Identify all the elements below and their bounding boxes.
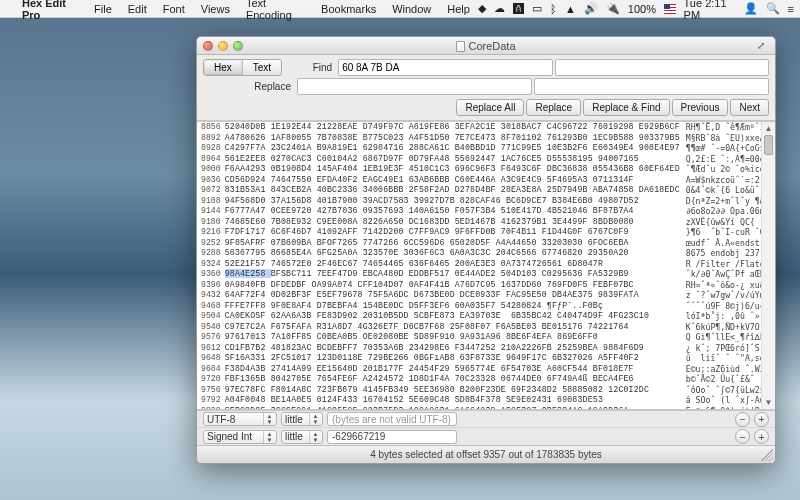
input-flag-icon[interactable] xyxy=(664,4,676,14)
view-mode-segmented[interactable]: Hex Text xyxy=(203,59,282,76)
battery-percent[interactable]: 100% xyxy=(628,3,656,15)
notification-center-icon[interactable]: ≡ xyxy=(788,3,794,15)
hex-row[interactable]: 9144F6777A47 0CEE9720 427B7036 09357693 … xyxy=(197,206,775,217)
hex-cell[interactable]: C97E7C2A F675FAFA R31A8D7 4G326E7F D6CB7… xyxy=(225,322,686,333)
hex-row[interactable]: 9468FFFE7FF8 9F0E8AF4 D7BEBFA4 154BE0DC … xyxy=(197,301,775,312)
hex-cell[interactable]: CD1FB7B2 481823AC BCDEBFF7 70353A6B 2342… xyxy=(225,343,686,354)
add-row-button-2[interactable]: + xyxy=(754,429,769,444)
hex-cell[interactable]: 52040D0B 1E192E44 21228EAE D749F97C A619… xyxy=(225,122,686,133)
scroll-thumb[interactable] xyxy=(764,135,773,155)
find-field-secondary[interactable] xyxy=(555,59,769,76)
volume-icon[interactable]: 🔊 xyxy=(584,2,598,15)
value-field-2[interactable]: -629667219 xyxy=(327,430,457,444)
fullscreen-icon[interactable]: ⤢ xyxy=(757,40,769,52)
hex-row[interactable]: 943264AF72F4 0D02BF3F E5EF79678 75F5A6DC… xyxy=(197,290,775,301)
window-resize-handle[interactable] xyxy=(761,449,773,461)
replace-field[interactable] xyxy=(297,78,532,95)
hex-row[interactable]: 9684F38D4A3B 27414A99 EE15640D 201B177F … xyxy=(197,364,775,375)
hex-cell[interactable]: 831B53A1 843CEB2A 40BC2336 34006BBB 2F58… xyxy=(225,185,686,196)
view-mode-hex[interactable]: Hex xyxy=(204,60,243,75)
hex-cell[interactable]: 52E21F57 746572E0 2F46EC67 74654465 636F… xyxy=(225,259,686,270)
hex-cell[interactable]: 56367795 86685E4A 6FG25A0A 323570E 3036F… xyxy=(225,248,686,259)
hex-row[interactable]: 9648SF16A331 2FC51017 123D0118E 729BE266… xyxy=(197,353,775,364)
hex-cell[interactable]: 561E2EE8 0270CAC3 C60104A2 6867D97F 0D79… xyxy=(225,154,686,165)
hex-cell[interactable]: A4780626 1AF80055 7B70838E B775C023 A4F5… xyxy=(225,133,686,144)
replace-button[interactable]: Replace xyxy=(526,99,581,116)
hex-row[interactable]: 9000F6AA4293 0B1908D4 145AF404 1EB19E3F … xyxy=(197,164,775,175)
window-zoom-button[interactable] xyxy=(233,41,243,51)
hex-cell[interactable]: FBF1365B 8042705E 7654FE6F A2424572 1D8D… xyxy=(225,374,686,385)
hex-row[interactable]: 918074685E60 7B08E932 C9EE008A 8226A650 … xyxy=(197,217,775,228)
endian-select-1[interactable]: little▲▼ xyxy=(281,412,323,426)
hex-row[interactable]: 9792A04F0048 BE14A0E5 0124F433 16704152 … xyxy=(197,395,775,406)
hex-cell[interactable]: 97617013 7A10FF85 C0BEA0B5 OE02080BE SD8… xyxy=(225,332,686,343)
bluetooth-icon[interactable]: ᛒ xyxy=(550,3,557,15)
hex-row[interactable]: 957697617013 7A10FF85 C0BEA0B5 OE02080BE… xyxy=(197,332,775,343)
value-field-1[interactable]: (bytes are not valid UTF-8) xyxy=(327,412,457,426)
hex-row[interactable]: 8892A4780626 1AF80055 7B70838E B775C023 … xyxy=(197,133,775,144)
hex-cell[interactable]: SF16A331 2FC51017 123D0118E 729BE266 0BG… xyxy=(225,353,686,364)
hex-row[interactable]: 8964561E2EE8 0270CAC3 C60104A2 6867D97F … xyxy=(197,154,775,165)
replace-all-button[interactable]: Replace All xyxy=(456,99,524,116)
type-select-2[interactable]: Signed Int▲▼ xyxy=(203,430,277,444)
hex-cell[interactable]: F6777A47 0CEE9720 427B7036 09357693 140A… xyxy=(225,206,686,217)
hex-row[interactable]: 93960A9840FB DFDEDBF OA99A074 CFF104D07 … xyxy=(197,280,775,291)
hex-row[interactable]: 9036CD56D924 74647550 EFDA40F2 EAGC49E1 … xyxy=(197,175,775,186)
hex-row[interactable]: 8928C4297F7A 23C2401A B9A819E1 62984716 … xyxy=(197,143,775,154)
hex-row[interactable]: 932452E21F57 746572E0 2F46EC67 74654465 … xyxy=(197,259,775,270)
menu-text-encoding[interactable]: Text Encoding xyxy=(238,0,313,21)
find-field[interactable]: 60 8A 7B DA xyxy=(338,59,552,76)
scroll-up-arrow-icon[interactable]: ▲ xyxy=(762,122,775,135)
add-row-button[interactable]: + xyxy=(754,412,769,427)
hex-row[interactable]: 92529F85AFRF 07B609BA BFOF7265 7747266 6… xyxy=(197,238,775,249)
type-select-1[interactable]: UTF-8▲▼ xyxy=(203,412,277,426)
replace-field-secondary[interactable] xyxy=(534,78,769,95)
hex-cell[interactable]: 97EC78FC F8014A8C 723FB679 4145FB349 5EE… xyxy=(225,385,686,396)
hex-row[interactable]: 9828SEBC8D85 3CCGE991 41CO5F95 923B75D3 … xyxy=(197,406,775,411)
hex-cell[interactable]: 98A4E258 BFSBC711 7EEF47D9 EBCA480D EDDB… xyxy=(225,269,686,280)
vertical-scrollbar[interactable]: ▲ ▼ xyxy=(761,122,775,409)
hex-cell[interactable]: 94F568D0 37A156D8 401B7900 39ACD7583 399… xyxy=(225,196,686,207)
remove-row-button-2[interactable]: − xyxy=(735,429,750,444)
hex-cell[interactable]: A04F0048 BE14A0E5 0124F433 16704152 5E60… xyxy=(225,395,686,406)
hex-row[interactable]: 9540C97E7C2A F675FAFA R31A8D7 4G326E7F D… xyxy=(197,322,775,333)
menu-file[interactable]: File xyxy=(86,3,120,15)
titlebar[interactable]: CoreData ⤢ xyxy=(197,37,775,55)
remove-row-button[interactable]: − xyxy=(735,412,750,427)
battery-icon[interactable]: 🔌 xyxy=(606,2,620,15)
hex-row[interactable]: 9072831B53A1 843CEB2A 40BC2336 34006BBB … xyxy=(197,185,775,196)
hex-row[interactable]: 9720FBF1365B 8042705E 7654FE6F A2424572 … xyxy=(197,374,775,385)
hex-cell[interactable]: F6AA4293 0B1908D4 145AF404 1EB19E3F 4510… xyxy=(225,164,686,175)
cc-icon[interactable]: 🅰 xyxy=(513,3,524,15)
document-proxy-icon[interactable] xyxy=(456,41,465,52)
hex-view[interactable]: 885652040D0B 1E192E44 21228EAE D749F97C … xyxy=(197,121,775,410)
view-mode-text[interactable]: Text xyxy=(243,60,281,75)
menu-views[interactable]: Views xyxy=(193,3,238,15)
dropbox-icon[interactable]: ◆ xyxy=(478,2,486,15)
menu-bookmarks[interactable]: Bookmarks xyxy=(313,3,384,15)
hex-cell[interactable]: FFFE7FF8 9F0E8AF4 D7BEBFA4 154BE0DC D5FF… xyxy=(225,301,686,312)
hex-row[interactable]: 9612CD1FB7B2 481823AC BCDEBFF7 70353A6B … xyxy=(197,343,775,354)
spotlight-icon[interactable]: 👤 xyxy=(744,2,758,15)
window-close-button[interactable] xyxy=(203,41,213,51)
menu-edit[interactable]: Edit xyxy=(120,3,155,15)
hex-cell[interactable]: F7DF1717 6C6F46D7 41092AFF 7142D200 C7FF… xyxy=(225,227,686,238)
replace-and-find-button[interactable]: Replace & Find xyxy=(583,99,669,116)
hex-cell[interactable]: 74685E60 7B08E932 C9EE008A 8226A650 DC16… xyxy=(225,217,686,228)
next-button[interactable]: Next xyxy=(730,99,769,116)
clock[interactable]: Tue 2:11 PM xyxy=(684,0,736,21)
hex-cell[interactable]: 64AF72F4 0D02BF3F E5EF79678 75F5A6DC D67… xyxy=(225,290,686,301)
hex-row[interactable]: 9216F7DF1717 6C6F46D7 41092AFF 7142D200 … xyxy=(197,227,775,238)
hex-row[interactable]: 975697EC78FC F8014A8C 723FB679 4145FB349… xyxy=(197,385,775,396)
hex-cell[interactable]: F38D4A3B 27414A99 EE15640D 201B177F 2445… xyxy=(225,364,686,375)
notification-icon[interactable]: ☁ xyxy=(494,2,505,15)
wifi-icon[interactable]: ▲ xyxy=(565,3,576,15)
scroll-down-arrow-icon[interactable]: ▼ xyxy=(762,396,775,409)
previous-button[interactable]: Previous xyxy=(672,99,729,116)
app-menu[interactable]: Hex Edit Pro xyxy=(14,0,86,21)
hex-cell[interactable]: 9F85AFRF 07B609BA BFOF7265 7747266 6CC59… xyxy=(225,238,686,249)
hex-row[interactable]: 910894F568D0 37A156D8 401B7900 39ACD7583… xyxy=(197,196,775,207)
window-minimize-button[interactable] xyxy=(218,41,228,51)
hex-cell[interactable]: CD56D924 74647550 EFDA40F2 EAGC49E1 63AB… xyxy=(225,175,686,186)
hex-cell[interactable]: SEBC8D85 3CCGE991 41CO5F95 923B75D3 100A… xyxy=(225,406,686,411)
